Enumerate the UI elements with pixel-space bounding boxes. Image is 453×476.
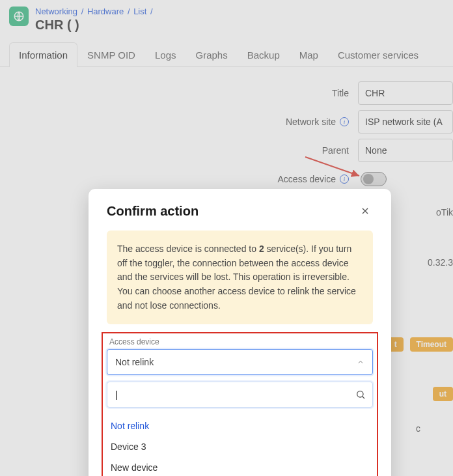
option-new-device[interactable]: New device	[107, 457, 373, 476]
access-device-field-label: Access device	[109, 337, 373, 346]
search-icon	[355, 389, 366, 400]
access-device-select[interactable]: Not relink	[107, 349, 373, 375]
dropdown-options: Not relink Device 3 New device	[107, 415, 373, 476]
modal-title: Confirm action	[107, 204, 199, 219]
option-device-3[interactable]: Device 3	[107, 436, 373, 457]
search-input[interactable]	[114, 389, 355, 400]
chevron-up-icon	[357, 358, 364, 366]
select-value: Not relink	[115, 357, 154, 367]
svg-point-2	[357, 391, 363, 397]
warning-message: The access device is connected to 2 serv…	[107, 231, 373, 324]
highlighted-region: Access device Not relink Not relink Devi…	[102, 332, 378, 476]
close-icon[interactable]	[357, 203, 373, 219]
dropdown-search[interactable]	[107, 382, 373, 408]
option-not-relink[interactable]: Not relink	[107, 415, 373, 436]
confirm-modal: Confirm action The access device is conn…	[89, 189, 391, 476]
